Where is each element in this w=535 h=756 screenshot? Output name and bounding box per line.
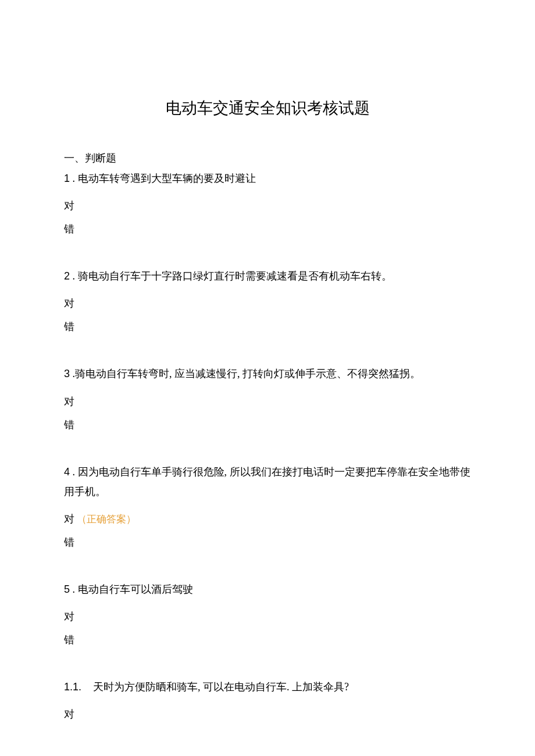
question-2-body: 骑电动自行车于十字路口绿灯直行时需要减速看是否有机动车右转。 (78, 270, 392, 282)
question-4-answer-tag: （正确答案） (77, 514, 136, 525)
question-1-opt1: 对 (64, 199, 471, 213)
question-5-text: 5 . 电动自行车可以酒后驾驶 (64, 579, 471, 599)
question-2: 2 . 骑电动自行车于十字路口绿灯直行时需要减速看是否有机动车右转。 对 错 (64, 266, 471, 334)
question-2-opt1: 对 (64, 296, 471, 310)
question-5-opt1: 对 (64, 610, 471, 624)
question-1-body: 电动车转弯遇到大型车辆的要及时避让 (78, 173, 256, 184)
question-3-opt1: 对 (64, 395, 471, 409)
question-4-opt2: 错 (64, 535, 471, 549)
question-4: 4 . 因为电动自行车单手骑行很危险, 所以我们在接打电话时一定要把车停靠在安全… (64, 462, 471, 549)
question-4-opt1-label: 对 (64, 513, 74, 525)
question-4-opt1: 对（正确答案） (64, 512, 471, 526)
question-5-num: 5 (64, 583, 70, 595)
question-4-body: 因为电动自行车单手骑行很危险, 所以我们在接打电话时一定要把车停靠在安全地带使用… (64, 466, 470, 497)
question-6-opt1: 对 (64, 707, 471, 721)
question-2-num: 2 (64, 270, 70, 282)
question-2-text: 2 . 骑电动自行车于十字路口绿灯直行时需要减速看是否有机动车右转。 (64, 266, 471, 286)
question-4-num: 4 (64, 466, 70, 478)
question-5-body: 电动自行车可以酒后驾驶 (78, 583, 193, 595)
question-3-sep: . (70, 368, 75, 379)
question-1-sep: . (70, 173, 78, 184)
question-6: 1.1.天时为方便防晒和骑车, 可以在电动自行车. 上加装伞具? 对 (64, 677, 471, 721)
question-1-text: 1 . 电动车转弯遇到大型车辆的要及时避让 (64, 169, 471, 188)
question-4-text: 4 . 因为电动自行车单手骑行很危险, 所以我们在接打电话时一定要把车停靠在安全… (64, 462, 471, 501)
question-1-opt2: 错 (64, 222, 471, 236)
question-1: 1 . 电动车转弯遇到大型车辆的要及时避让 对 错 (64, 169, 471, 236)
question-2-opt2: 错 (64, 320, 471, 334)
section-heading: 一、判断题 (64, 151, 471, 165)
question-3-text: 3 .骑电动自行车转弯时, 应当减速慢行, 打转向灯或伸手示意、不得突然猛拐。 (64, 364, 471, 384)
question-5: 5 . 电动自行车可以酒后驾驶 对 错 (64, 579, 471, 647)
question-2-sep: . (70, 270, 78, 282)
question-4-sep: . (70, 466, 78, 478)
question-6-text: 1.1.天时为方便防晒和骑车, 可以在电动自行车. 上加装伞具? (64, 677, 471, 697)
question-3-opt2: 错 (64, 418, 471, 432)
page-title: 电动车交通安全知识考核试题 (64, 98, 471, 119)
question-3-num: 3 (64, 368, 70, 379)
question-6-num: 1.1. (64, 681, 81, 693)
question-6-body: 天时为方便防晒和骑车, 可以在电动自行车. 上加装伞具? (93, 681, 349, 693)
question-5-sep: . (70, 583, 78, 595)
question-5-opt2: 错 (64, 633, 471, 647)
question-3-body: 骑电动自行车转弯时, 应当减速慢行, 打转向灯或伸手示意、不得突然猛拐。 (75, 368, 420, 379)
question-3: 3 .骑电动自行车转弯时, 应当减速慢行, 打转向灯或伸手示意、不得突然猛拐。 … (64, 364, 471, 431)
question-1-num: 1 (64, 173, 70, 184)
